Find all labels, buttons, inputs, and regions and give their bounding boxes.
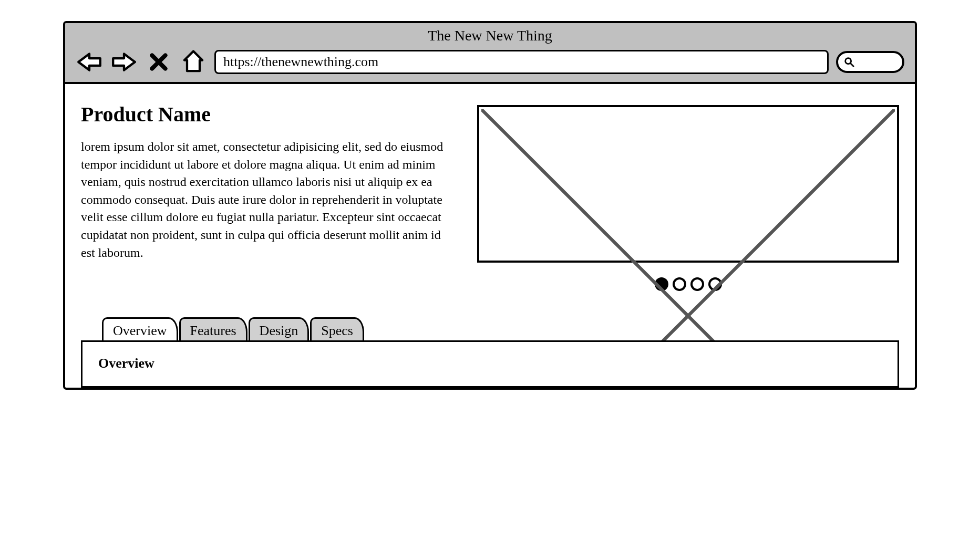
forward-arrow-icon[interactable] bbox=[110, 49, 138, 75]
back-arrow-icon[interactable] bbox=[76, 49, 103, 75]
tab-panel-heading: Overview bbox=[98, 356, 882, 371]
product-name-heading: Product Name bbox=[81, 102, 457, 127]
tabs-section: Overview Features Design Specs Overview bbox=[81, 317, 899, 388]
stop-x-icon[interactable] bbox=[145, 49, 172, 75]
product-top-row: Product Name lorem ipsum dolor sit amet,… bbox=[81, 102, 899, 291]
svg-line-1 bbox=[851, 64, 854, 67]
browser-toolbar bbox=[65, 46, 915, 82]
tab-panel: Overview bbox=[81, 340, 899, 388]
tab-bar: Overview Features Design Specs bbox=[102, 317, 899, 342]
product-description: lorem ipsum dolor sit amet, consectetur … bbox=[81, 138, 457, 262]
product-image-column bbox=[477, 102, 899, 291]
browser-title: The New New Thing bbox=[65, 23, 915, 46]
browser-chrome: The New New Thing bbox=[65, 23, 915, 84]
page-content: Product Name lorem ipsum dolor sit amet,… bbox=[65, 84, 915, 388]
tab-specs[interactable]: Specs bbox=[310, 317, 364, 342]
tab-overview[interactable]: Overview bbox=[102, 317, 178, 342]
address-bar-input[interactable] bbox=[214, 50, 829, 74]
tab-design[interactable]: Design bbox=[249, 317, 310, 342]
home-icon[interactable] bbox=[180, 49, 207, 75]
image-placeholder bbox=[477, 105, 899, 263]
product-text-column: Product Name lorem ipsum dolor sit amet,… bbox=[81, 102, 457, 291]
browser-window: The New New Thing Product Name lo bbox=[63, 21, 917, 390]
search-pill[interactable] bbox=[836, 51, 904, 73]
search-icon bbox=[843, 56, 855, 68]
tab-features[interactable]: Features bbox=[179, 317, 247, 342]
